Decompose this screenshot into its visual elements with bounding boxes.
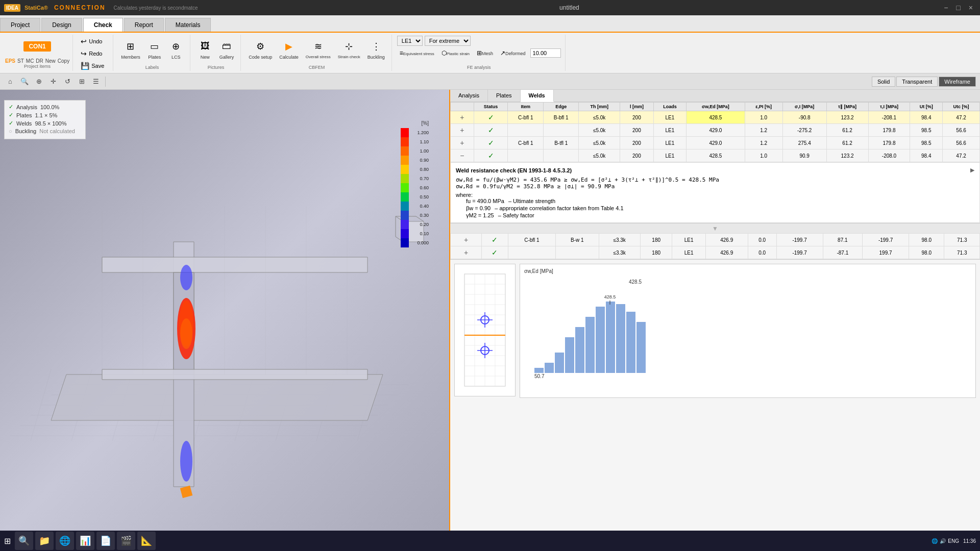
code-setup-button[interactable]: ⚙ Code setup bbox=[246, 38, 275, 61]
taui-3: 179.8 bbox=[868, 137, 910, 149]
calculate-button[interactable]: ▶ Calculate bbox=[277, 38, 301, 61]
tab-project[interactable]: Project bbox=[0, 18, 40, 32]
col-utc: Utc [%] bbox=[943, 103, 980, 111]
zoom-icon-btn[interactable]: 🔍 bbox=[18, 76, 31, 88]
weld-table-container[interactable]: Status Item Edge Th [mm] l [mm] Loads σw… bbox=[450, 102, 980, 162]
expand-row-2[interactable]: + bbox=[458, 125, 466, 135]
minimize-button[interactable]: − bbox=[941, 4, 951, 12]
plastic-strain-button[interactable]: ⬡ Plastic strain bbox=[439, 48, 472, 58]
strain-check-button[interactable]: ⊹ Strain check bbox=[335, 38, 363, 61]
for-extreme-select[interactable]: For extreme bbox=[425, 36, 471, 46]
tab-materials[interactable]: Materials bbox=[165, 18, 211, 32]
view-mode-buttons: Solid Transparent Wireframe bbox=[872, 77, 976, 87]
new-btn-eps[interactable]: New bbox=[45, 58, 56, 64]
ut-4: 98.4 bbox=[910, 149, 943, 162]
settings-icon-btn[interactable]: ☰ bbox=[90, 76, 102, 88]
pan-btn[interactable]: ✛ bbox=[47, 76, 59, 88]
tab-welds[interactable]: Welds bbox=[521, 90, 554, 102]
fit-btn[interactable]: ⊞ bbox=[76, 76, 88, 88]
tab-check[interactable]: Check bbox=[83, 18, 123, 32]
plates-button[interactable]: ▭ Plates bbox=[145, 38, 164, 61]
tab-plates[interactable]: Plates bbox=[488, 90, 521, 102]
taskbar-time: 11:36 bbox=[963, 538, 976, 544]
view-wireframe-btn[interactable]: Wireframe bbox=[939, 77, 976, 87]
deformed-icon: ↗ bbox=[500, 49, 505, 57]
redo-button[interactable]: ↪ Redo bbox=[78, 48, 109, 59]
undo-button[interactable]: ↩ Undo bbox=[78, 36, 109, 47]
st-btn[interactable]: ST bbox=[17, 58, 24, 64]
buckling-button[interactable]: ⋮ Buckling bbox=[365, 38, 387, 61]
windows-start-button[interactable]: ⊞ bbox=[4, 536, 11, 546]
rotate-btn[interactable]: ↺ bbox=[61, 76, 74, 88]
new-picture-button[interactable]: 🖼 New bbox=[195, 38, 215, 61]
expand-row-1[interactable]: + bbox=[458, 112, 466, 122]
tab-report[interactable]: Report bbox=[124, 18, 164, 32]
svg-marker-18 bbox=[102, 257, 368, 272]
lcs-label: LCS bbox=[172, 55, 181, 60]
mesh-button[interactable]: ⊞ Mesh bbox=[474, 48, 496, 58]
dr-btn[interactable]: DR bbox=[36, 58, 43, 64]
th-3: ≤5.0k bbox=[579, 137, 620, 149]
expand-row-3[interactable]: + bbox=[458, 138, 466, 148]
value-input[interactable] bbox=[530, 48, 561, 58]
lcs-button[interactable]: ⊕ LCS bbox=[166, 38, 186, 61]
status-ok-5: ✓ bbox=[492, 236, 498, 244]
taskbar-files[interactable]: 📁 bbox=[35, 532, 54, 550]
right-panel-tabs: Analysis Plates Welds bbox=[450, 90, 980, 102]
mc-btn[interactable]: MC bbox=[26, 58, 34, 64]
copy-btn-eps[interactable]: Copy bbox=[58, 58, 69, 64]
taupar-2: 61.2 bbox=[826, 124, 868, 137]
equivalent-stress-button[interactable]: ≡ Equivalent stress bbox=[397, 48, 437, 58]
expand-row-5[interactable]: + bbox=[462, 235, 470, 245]
col-edge: Edge bbox=[544, 103, 579, 111]
tab-design[interactable]: Design bbox=[41, 18, 82, 32]
overall-stress-button[interactable]: ≋ Overall stress bbox=[303, 38, 333, 61]
zoom-region-btn[interactable]: ⊕ bbox=[33, 76, 45, 88]
edge-5: B-w 1 bbox=[556, 234, 599, 246]
project-items-label: Project items bbox=[24, 64, 51, 69]
taskbar-app-1[interactable]: 📊 bbox=[76, 532, 94, 550]
plastic-strain-icon: ⬡ bbox=[442, 49, 447, 57]
load-combo-select[interactable]: LE1 bbox=[397, 36, 423, 46]
taskbar-app-4[interactable]: 📐 bbox=[137, 532, 156, 550]
col-taui: τ,I [MPa] bbox=[868, 103, 910, 111]
item-2 bbox=[508, 124, 544, 137]
maximize-button[interactable]: □ bbox=[953, 4, 963, 12]
where-label: where: bbox=[456, 192, 974, 198]
viewport-3d[interactable]: ✓ Analysis 100.0% ✓ Plates 1.1 × 5% ✓ We… bbox=[0, 90, 449, 537]
status-ok-3: ✓ bbox=[488, 139, 494, 147]
grid-svg bbox=[459, 269, 510, 391]
taskbar-search[interactable]: 🔍 bbox=[15, 532, 33, 550]
taskbar-app-3[interactable]: 🎬 bbox=[117, 532, 135, 550]
redo-icon: ↪ bbox=[81, 49, 87, 58]
eps-btn[interactable]: EPS bbox=[5, 58, 15, 64]
home-icon-btn[interactable]: ⌂ bbox=[4, 76, 16, 88]
save-button[interactable]: 💾 Save bbox=[78, 60, 109, 71]
tab-analysis[interactable]: Analysis bbox=[450, 90, 488, 102]
bw-desc: – appropriate correlation factor taken f… bbox=[495, 205, 623, 211]
gallery-button[interactable]: 🗃 Gallery bbox=[217, 38, 237, 61]
taskbar-app-2[interactable]: 📄 bbox=[96, 532, 115, 550]
weld-results-table: Status Item Edge Th [mm] l [mm] Loads σw… bbox=[450, 102, 980, 162]
toolbar-cbfem: ⚙ Code setup ▶ Calculate ≋ Overall stres… bbox=[242, 35, 392, 71]
detail-expand-icon[interactable]: ▶ bbox=[970, 167, 974, 173]
taskbar-browser-1[interactable]: 🌐 bbox=[56, 532, 74, 550]
taui-2: 179.8 bbox=[868, 124, 910, 137]
collapse-row-4[interactable]: − bbox=[458, 151, 466, 161]
save-icon: 💾 bbox=[81, 62, 89, 70]
swed-1: 428.5 bbox=[687, 111, 745, 124]
deformed-button[interactable]: ↗ Deformed bbox=[498, 48, 528, 58]
members-button[interactable]: ⊞ Members bbox=[118, 38, 143, 61]
svg-rect-61 bbox=[545, 363, 554, 373]
weld-table-lower[interactable]: + ✓ C-bfl 1 B-w 1 ≤3.3k 180 LE1 426.9 0.… bbox=[450, 233, 980, 259]
view-transparent-btn[interactable]: Transparent bbox=[896, 77, 938, 87]
swed-4: 428.5 bbox=[687, 149, 745, 162]
view-solid-btn[interactable]: Solid bbox=[872, 77, 895, 87]
utc-2: 56.6 bbox=[943, 124, 980, 137]
col-epspi: ε,PI [%] bbox=[745, 103, 782, 111]
connection-id-badge[interactable]: CON1 bbox=[23, 41, 51, 52]
expand-row-6[interactable]: + bbox=[462, 247, 470, 258]
col-ut: Ut [%] bbox=[910, 103, 943, 111]
close-button[interactable]: × bbox=[966, 4, 976, 12]
svg-marker-15 bbox=[51, 374, 383, 420]
